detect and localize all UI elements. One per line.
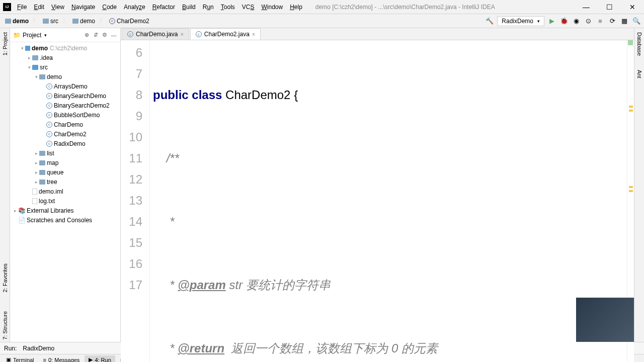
menu-run[interactable]: Run	[200, 3, 217, 12]
tree-map[interactable]: ▸map	[10, 158, 120, 167]
close-icon[interactable]: ×	[180, 31, 183, 37]
menu-vcs[interactable]: VCS	[239, 3, 258, 12]
tree-radixdemo[interactable]: cRadixDemo	[10, 139, 120, 148]
search-everywhere-icon[interactable]: 🔍	[632, 17, 641, 26]
run-config-selector[interactable]: RadixDemo	[497, 16, 544, 26]
tree-src[interactable]: ▾src	[10, 62, 120, 72]
run-button[interactable]: ▶	[547, 17, 556, 26]
project-tree[interactable]: ▾demoC:\czh2\demo ▸.idea ▾src ▾demo cArr…	[10, 42, 120, 342]
menu-build[interactable]: Build	[179, 3, 199, 12]
window-title: demo [C:\czh2\demo] - ...\src\demo\CharD…	[315, 4, 575, 11]
collapse-icon[interactable]: ⇵	[92, 32, 99, 39]
tool-structure[interactable]: 7: Structure	[2, 309, 8, 342]
line-gutter: 67891011121314151617	[121, 40, 150, 362]
tab-chardemo2[interactable]: cCharDemo2.java×	[190, 28, 261, 40]
close-button[interactable]: ✕	[621, 0, 644, 14]
menu-help[interactable]: Help	[287, 3, 305, 12]
tree-arraysdemo[interactable]: cArraysDemo	[10, 81, 120, 91]
tree-binarysearchdemo[interactable]: cBinarySearchDemo	[10, 91, 120, 101]
tool-favorites[interactable]: 2: Favorites	[2, 261, 8, 294]
tree-idea[interactable]: ▸.idea	[10, 53, 120, 62]
menu-code[interactable]: Code	[99, 3, 120, 12]
tree-queue[interactable]: ▸queue	[10, 167, 120, 177]
breadcrumb-demo[interactable]: demo	[3, 17, 31, 26]
menu-window[interactable]: Window	[258, 3, 286, 12]
code-editor[interactable]: 67891011121314151617 public class CharDe…	[121, 40, 634, 362]
project-view-selector[interactable]: 📁 Project	[13, 32, 81, 39]
warn-marker[interactable]	[629, 106, 633, 108]
hide-icon[interactable]: —	[110, 32, 117, 39]
webcam-overlay	[576, 298, 634, 342]
menu-refactor[interactable]: Refactor	[149, 3, 178, 12]
menu-analyze[interactable]: Analyze	[121, 3, 148, 12]
locate-icon[interactable]: ⊕	[83, 32, 90, 39]
tab-terminal[interactable]: ▣ Terminal	[2, 355, 38, 362]
tool-project[interactable]: 1: Project	[2, 30, 8, 57]
nav-breadcrumb: demo 〉 src 〉 demo 〉 cCharDemo2	[3, 17, 483, 26]
stop-button[interactable]: ■	[596, 17, 605, 26]
warn-marker[interactable]	[629, 186, 633, 188]
menu-tools[interactable]: Tools	[218, 3, 238, 12]
run-label: Run:	[4, 345, 17, 352]
tree-root[interactable]: ▾demoC:\czh2\demo	[10, 43, 120, 53]
tree-chardemo[interactable]: cCharDemo	[10, 120, 120, 129]
breadcrumb-src[interactable]: src	[41, 17, 60, 26]
warn-marker[interactable]	[629, 110, 633, 112]
tree-demo-pkg[interactable]: ▾demo	[10, 72, 120, 81]
tab-run[interactable]: ▶ 4: Run	[85, 355, 115, 362]
tree-tree[interactable]: ▸tree	[10, 177, 120, 187]
project-structure-icon[interactable]: ▦	[620, 17, 629, 26]
menu-view[interactable]: View	[48, 3, 67, 12]
update-button[interactable]: ⟳	[608, 17, 617, 26]
tree-external[interactable]: ▸📚External Libraries	[10, 206, 120, 215]
tree-list[interactable]: ▸list	[10, 148, 120, 158]
tree-binarysearchdemo2[interactable]: cBinarySearchDemo2	[10, 101, 120, 110]
breadcrumb-pkg[interactable]: demo	[70, 17, 97, 26]
breadcrumb-class[interactable]: cCharDemo2	[107, 17, 151, 26]
minimize-button[interactable]: —	[575, 0, 598, 14]
tool-database[interactable]: Database	[636, 30, 642, 58]
tab-messages[interactable]: ≡ 0: Messages	[39, 356, 84, 363]
tree-bubblesortdemo[interactable]: cBubbleSortDemo	[10, 110, 120, 120]
tree-scratches[interactable]: 📄Scratches and Consoles	[10, 215, 120, 225]
menu-file[interactable]: File	[14, 3, 30, 12]
tree-log[interactable]: log.txt	[10, 196, 120, 206]
warn-marker[interactable]	[629, 190, 633, 192]
app-icon: IJ	[3, 3, 11, 11]
run-config-name: RadixDemo	[23, 345, 54, 352]
settings-icon[interactable]: ⚙	[101, 32, 108, 39]
tool-ant[interactable]: Ant	[636, 68, 642, 80]
close-icon[interactable]: ×	[252, 31, 255, 37]
debug-button[interactable]: 🐞	[559, 17, 569, 26]
profile-button[interactable]: ⊙	[584, 17, 593, 26]
build-icon[interactable]: 🔨	[485, 17, 494, 26]
coverage-button[interactable]: ◉	[572, 17, 581, 26]
maximize-button[interactable]: ☐	[598, 0, 621, 14]
tree-chardemo2[interactable]: cCharDemo2	[10, 129, 120, 139]
tab-chardemo[interactable]: cCharDemo.java×	[122, 28, 189, 40]
status-marker	[628, 40, 633, 45]
menu-edit[interactable]: Edit	[31, 3, 47, 12]
menu-navigate[interactable]: Navigate	[68, 3, 98, 12]
main-menu: File Edit View Navigate Code Analyze Ref…	[14, 3, 305, 12]
tree-iml[interactable]: demo.iml	[10, 187, 120, 196]
